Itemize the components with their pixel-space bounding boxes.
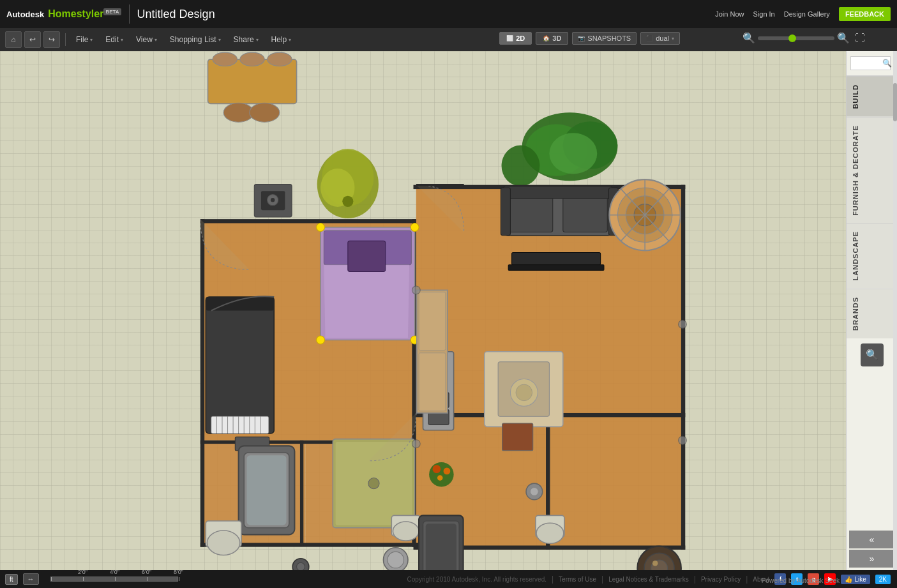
tab-furnish[interactable]: FURNISH & DECORATE (847, 117, 897, 223)
like-button[interactable]: 👍 Like (841, 575, 870, 584)
collapse-down-button[interactable]: » (849, 550, 894, 568)
sign-in-link[interactable]: Sign In (753, 10, 774, 18)
legal-link[interactable]: Legal Notices & Trademarks (608, 576, 689, 583)
help-menu[interactable]: Help ▾ (266, 33, 297, 47)
ruler-label-2ft: 2'0" (78, 569, 87, 575)
ruler-label-4ft: 4'0" (110, 569, 119, 575)
tab-landscape[interactable]: LANDSCAPE (847, 223, 897, 288)
svg-point-91 (437, 475, 443, 481)
join-now-link[interactable]: Join Now (715, 10, 744, 18)
design-gallery-link[interactable]: Design Gallery (784, 10, 830, 18)
zoom-slider[interactable] (758, 36, 834, 40)
logo-area: Autodesk HomestylerBETA (6, 8, 121, 20)
panel-large-search-button[interactable]: 🔍 (861, 343, 884, 366)
file-menu[interactable]: File ▾ (71, 33, 98, 47)
svg-rect-25 (681, 185, 685, 550)
svg-point-111 (412, 440, 420, 448)
svg-point-14 (502, 146, 540, 186)
view-2d-button[interactable]: ⬜ 2D (499, 32, 532, 45)
svg-rect-35 (211, 416, 269, 433)
powered-by-text: Powered by Autodesk Seek (762, 577, 840, 584)
right-panel: 🔍 BUILD FURNISH & DECORATE LANDSCAPE BRA… (846, 51, 897, 570)
feedback-button[interactable]: FEEDBACK (839, 7, 891, 21)
svg-rect-32 (300, 441, 303, 547)
zoom-bar: 🔍 🔍 ⛶ (742, 32, 865, 44)
view-3d-button[interactable]: 🏠 3D (536, 32, 568, 45)
panel-scrollbar[interactable] (893, 51, 897, 570)
measure-button[interactable]: ↔ (23, 573, 39, 585)
edit-menu[interactable]: Edit ▾ (100, 33, 128, 47)
share-menu-arrow: ▾ (256, 37, 259, 43)
svg-rect-63 (512, 253, 601, 265)
svg-point-101 (393, 522, 419, 541)
snapshots-button[interactable]: 📷 SNAPSHOTS (572, 32, 637, 45)
svg-point-86 (516, 384, 532, 401)
terms-link[interactable]: Terms of Use (559, 576, 596, 583)
tab-brands[interactable]: BRANDS (847, 289, 897, 338)
svg-point-9 (342, 196, 353, 207)
svg-point-54 (411, 223, 419, 232)
svg-point-4 (223, 103, 253, 122)
like-label: Like (854, 576, 866, 583)
ruler-bar: 2'0" 4'0" 6'0" 8'0" (50, 577, 178, 582)
svg-point-108 (388, 552, 404, 568)
pipe-2: | (601, 575, 603, 584)
powered-by: Powered by Autodesk Seek (762, 577, 840, 584)
privacy-link[interactable]: Privacy Policy (701, 576, 741, 583)
undo-button[interactable]: ↩ (24, 31, 41, 48)
svg-point-88 (429, 462, 454, 487)
autodesk-logo: Autodesk (6, 10, 44, 19)
scale-ruler: 2'0" 4'0" 6'0" 8'0" (50, 577, 178, 582)
zoom-out-button[interactable]: 🔍 (742, 32, 755, 44)
top-right-links: Join Now Sign In Design Gallery FEEDBACK (715, 0, 891, 28)
svg-rect-82 (419, 353, 446, 411)
svg-point-90 (444, 468, 451, 475)
beta-badge: BETA (103, 8, 121, 15)
shopping-list-menu[interactable]: Shopping List ▾ (165, 33, 226, 47)
ruler-label-6ft: 6'0" (142, 569, 151, 575)
svg-rect-94 (247, 455, 287, 525)
like-thumb-icon: 👍 (845, 576, 852, 583)
floorplan-svg (0, 51, 846, 570)
zoom-in-button[interactable]: 🔍 (837, 32, 850, 44)
canvas[interactable] (0, 51, 846, 570)
svg-point-3 (268, 52, 292, 66)
help-menu-arrow: ▾ (289, 37, 291, 43)
twok-button[interactable]: 2K (875, 575, 891, 584)
file-menu-arrow: ▾ (90, 37, 93, 43)
svg-rect-60 (504, 186, 612, 199)
svg-point-2 (240, 52, 265, 66)
shopping-list-arrow: ▾ (218, 37, 221, 43)
svg-point-96 (207, 531, 239, 555)
pipe-3: | (694, 575, 696, 584)
collapse-up-button[interactable]: « (849, 531, 894, 548)
svg-point-89 (432, 465, 441, 473)
svg-point-113 (679, 436, 687, 444)
svg-rect-64 (508, 265, 604, 271)
svg-point-5 (250, 103, 280, 122)
svg-rect-20 (200, 219, 416, 223)
fullscreen-button[interactable]: ⛶ (855, 33, 865, 44)
home-button[interactable]: ⌂ (5, 31, 22, 48)
view-menu[interactable]: View ▾ (131, 33, 162, 47)
dual-button[interactable]: ⬛ dual ▾ (640, 32, 680, 45)
panel-scroll-thumb[interactable] (893, 83, 897, 121)
homestyler-logo: HomestylerBETA (48, 8, 121, 20)
svg-rect-52 (348, 241, 386, 271)
tab-build[interactable]: BUILD (847, 76, 897, 117)
svg-rect-61 (501, 188, 510, 236)
zoom-thumb[interactable] (788, 34, 796, 42)
svg-point-1 (213, 52, 237, 66)
svg-rect-81 (419, 292, 446, 351)
redo-button[interactable]: ↪ (43, 31, 60, 48)
unit-selector[interactable]: ft (5, 574, 18, 585)
logo-divider (129, 4, 130, 24)
svg-point-110 (412, 286, 420, 294)
share-menu[interactable]: Share ▾ (229, 33, 264, 47)
panel-search-icon[interactable]: 🔍 (882, 59, 892, 68)
design-title: Untitled Design (137, 8, 215, 21)
svg-point-49 (271, 198, 275, 202)
toolbar-divider-1 (65, 33, 66, 46)
svg-point-106 (536, 523, 564, 543)
svg-point-115 (297, 562, 305, 570)
